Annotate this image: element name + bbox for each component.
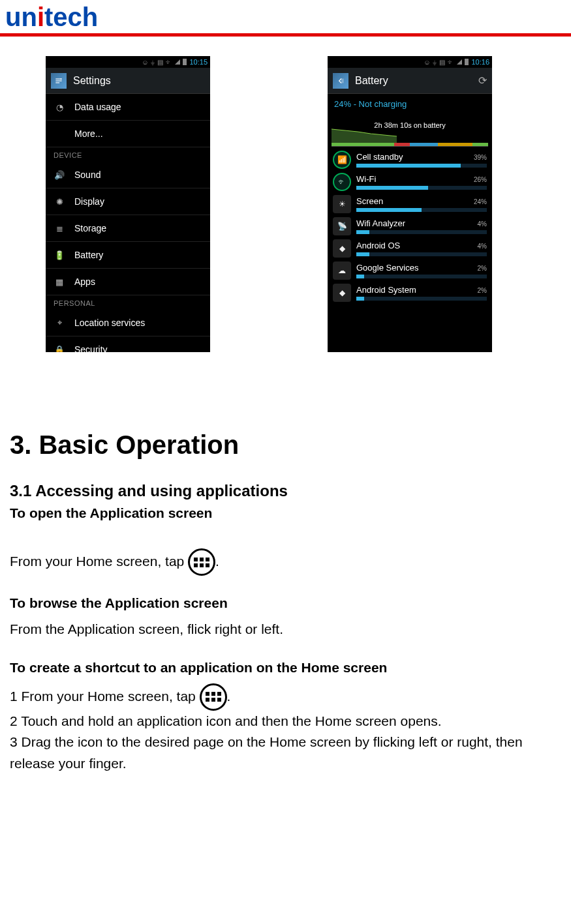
usage-bar: [356, 275, 487, 278]
para-open-app: From your Home screen, tap .: [10, 548, 561, 576]
heading-1: 3. Basic Operation: [10, 430, 561, 460]
sd-icon: ▤: [439, 59, 445, 66]
screenshot-battery: ☺ ⏚ ▤ ᯤ 10:16 Battery ⟳ 24% - Not chargi…: [328, 56, 492, 352]
usage-row[interactable]: ◆Android OS4%: [328, 235, 492, 258]
text: 1 From your Home screen, tap: [10, 688, 200, 703]
app-icon: ᯤ: [333, 173, 351, 191]
usage-row[interactable]: 📡Wifi Analyzer4%: [328, 213, 492, 235]
screenshot-row: ☺ ⏚ ▤ ᯤ 10:15 Settings ◔Data usage More.…: [0, 37, 571, 352]
settings-list: ◔Data usage More... DEVICE 🔊Sound ✺Displ…: [46, 94, 210, 352]
back-icon[interactable]: [333, 73, 348, 89]
row-label: Sound: [74, 170, 100, 180]
text: .: [215, 554, 219, 569]
row-display[interactable]: ✺Display: [46, 188, 210, 215]
usage-percent: 26%: [474, 176, 487, 183]
usage-bar: [356, 230, 487, 234]
usb-icon: ⏚: [151, 59, 155, 66]
settings-icon[interactable]: [51, 73, 67, 89]
row-security[interactable]: 🔒Security: [46, 336, 210, 352]
app-icon: ◆: [333, 284, 351, 302]
usage-bar: [356, 186, 487, 190]
battery-icon: [465, 59, 469, 65]
svg-point-3: [60, 78, 61, 79]
sound-icon: 🔊: [54, 170, 65, 180]
usage-bar: [356, 252, 487, 256]
usage-row[interactable]: ᯤWi-Fi26%: [328, 169, 492, 191]
display-icon: ✺: [54, 197, 65, 207]
smiley-icon: ☺: [142, 59, 148, 66]
row-label: Location services: [74, 318, 145, 328]
lock-icon: 🔒: [54, 345, 65, 353]
row-battery[interactable]: 🔋Battery: [46, 242, 210, 269]
svg-rect-0: [55, 78, 60, 79]
usage-percent: 2%: [478, 287, 487, 294]
sd-icon: ▤: [157, 59, 163, 66]
usage-percent: 2%: [478, 265, 487, 272]
row-apps[interactable]: ▦Apps: [46, 269, 210, 295]
wifi-icon: ᯤ: [166, 59, 172, 66]
svg-rect-4: [341, 78, 344, 83]
app-bar[interactable]: Battery ⟳: [328, 68, 492, 94]
usage-percent: 39%: [474, 154, 487, 161]
usage-name: Cell standby: [356, 152, 403, 162]
row-more[interactable]: More...: [46, 121, 210, 147]
clock: 10:15: [189, 58, 208, 66]
step-1: 1 From your Home screen, tap .: [10, 683, 561, 711]
app-icon: ☁: [333, 261, 351, 280]
battery-curve: [332, 115, 397, 143]
battery-status[interactable]: 24% - Not charging: [328, 94, 492, 112]
chart-caption: 2h 38m 10s on battery: [332, 121, 488, 129]
usage-row[interactable]: ☀Screen24%: [328, 191, 492, 213]
section-personal: PERSONAL: [46, 295, 210, 310]
usage-row[interactable]: 📶Cell standby39%: [328, 147, 492, 169]
usage-row[interactable]: ◆Android System2%: [328, 280, 492, 302]
usb-icon: ⏚: [433, 59, 437, 66]
wifi-icon: ᯤ: [448, 59, 454, 66]
usage-bar: [356, 208, 487, 212]
app-bar-title: Settings: [73, 75, 205, 87]
svg-rect-1: [55, 80, 61, 81]
svg-rect-2: [55, 82, 59, 83]
text: .: [227, 688, 231, 703]
row-label: More...: [74, 128, 103, 139]
row-label: Battery: [74, 250, 103, 260]
row-label: Storage: [74, 223, 106, 233]
battery-icon: [183, 59, 187, 65]
refresh-icon[interactable]: ⟳: [478, 74, 487, 87]
app-bar[interactable]: Settings: [46, 68, 210, 94]
row-label: Data usage: [74, 102, 121, 112]
screenshot-settings: ☺ ⏚ ▤ ᯤ 10:15 Settings ◔Data usage More.…: [46, 56, 210, 352]
sub-shortcut: To create a shortcut to an application o…: [10, 660, 561, 676]
usage-percent: 4%: [478, 243, 487, 250]
step-2: 2 Touch and hold an application icon and…: [10, 711, 561, 732]
usage-name: Android System: [356, 285, 416, 295]
usage-bar: [356, 297, 487, 301]
usage-name: Google Services: [356, 263, 418, 273]
storage-icon: ≣: [54, 224, 65, 233]
usage-percent: 4%: [478, 220, 487, 228]
app-bar-title: Battery: [355, 75, 472, 87]
battery-chart[interactable]: 2h 38m 10s on battery: [332, 112, 488, 147]
signal-icon: [457, 59, 462, 65]
row-location[interactable]: ⌖Location services: [46, 310, 210, 336]
heading-2: 3.1 Accessing and using applications: [10, 482, 561, 500]
data-usage-icon: ◔: [54, 102, 65, 112]
row-data-usage[interactable]: ◔Data usage: [46, 94, 210, 121]
usage-name: Wifi Analyzer: [356, 218, 405, 228]
app-icon: 📶: [333, 151, 351, 169]
page-header: unitech: [0, 0, 571, 32]
usage-row[interactable]: ☁Google Services2%: [328, 258, 492, 280]
row-sound[interactable]: 🔊Sound: [46, 162, 210, 188]
apps-grid-icon: [200, 683, 227, 711]
row-label: Apps: [74, 276, 95, 287]
sub-browse: To browse the Application screen: [10, 595, 561, 611]
location-icon: ⌖: [54, 318, 65, 328]
row-storage[interactable]: ≣Storage: [46, 215, 210, 242]
row-label: Security: [74, 344, 108, 352]
text: From your Home screen, tap: [10, 554, 184, 569]
app-icon: 📡: [333, 217, 351, 235]
usage-list: 📶Cell standby39%ᯤWi-Fi26%☀Screen24%📡Wifi…: [328, 147, 492, 302]
statusbar: ☺ ⏚ ▤ ᯤ 10:15: [46, 56, 210, 68]
usage-bar: [356, 164, 487, 168]
document-body: 3. Basic Operation 3.1 Accessing and usi…: [0, 352, 571, 794]
